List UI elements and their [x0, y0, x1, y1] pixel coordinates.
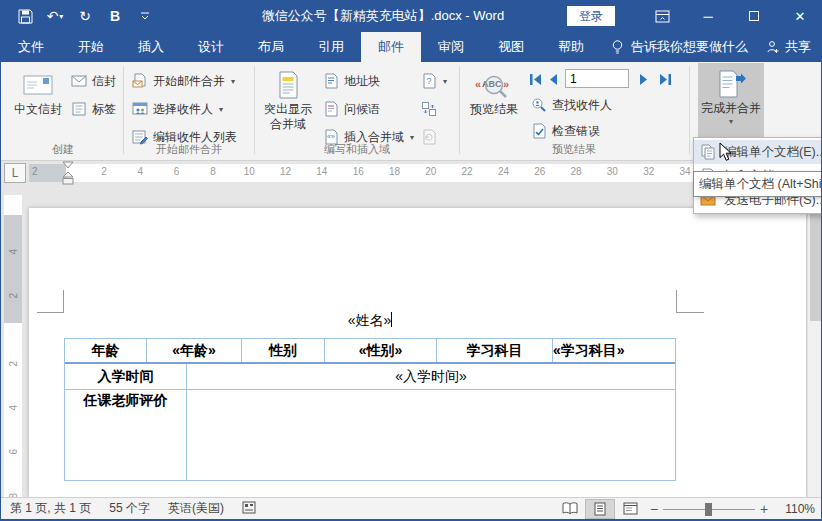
maximize-button[interactable]: [731, 0, 777, 32]
group-label-create: 创建: [9, 142, 117, 157]
edit-individual-documents-icon: [700, 144, 716, 160]
word-count[interactable]: 55 个字: [100, 500, 159, 517]
bold-button[interactable]: B: [101, 3, 129, 29]
chevron-down-icon: ▾: [231, 77, 235, 86]
tab-design[interactable]: 设计: [181, 32, 241, 62]
first-line-indent-marker[interactable]: [62, 161, 74, 169]
save-icon: [18, 9, 33, 24]
menu-item-edit-individual-documents[interactable]: 编辑单个文档(E)...: [694, 140, 822, 164]
table-header-row: 年龄«年龄»性别«性别»学习科目«学习科目»: [65, 339, 675, 364]
envelopes-button[interactable]: 信封: [71, 70, 116, 92]
input-method-button[interactable]: [233, 501, 265, 517]
envelope-icon: [71, 73, 87, 89]
table-cell[interactable]: 学习科目: [437, 339, 553, 362]
chevron-down-icon: ▾: [443, 77, 447, 86]
tell-me-box[interactable]: 告诉我你想要做什么: [611, 32, 748, 62]
print-layout-icon: [593, 502, 607, 516]
greeting-line-button[interactable]: 问候语: [323, 98, 380, 120]
address-block-button[interactable]: 地址块: [323, 70, 380, 92]
name-merge-field[interactable]: «姓名»: [64, 312, 676, 336]
table-cell[interactable]: 任课老师评价: [65, 390, 187, 480]
zoom-in-button[interactable]: +: [755, 501, 773, 517]
check-errors-button[interactable]: 检查错误: [531, 120, 600, 142]
text-boundary-mark-right: [676, 290, 704, 313]
check-errors-icon: [531, 123, 547, 139]
undo-button[interactable]: ↶▾: [41, 3, 69, 29]
labels-button[interactable]: 标签: [71, 98, 116, 120]
tab-review[interactable]: 审阅: [421, 32, 481, 62]
tab-layout[interactable]: 布局: [241, 32, 301, 62]
read-mode-button[interactable]: [555, 499, 585, 519]
table-cell[interactable]: 年龄: [65, 339, 147, 362]
language-indicator[interactable]: 英语(美国): [159, 500, 233, 517]
zoom-level[interactable]: 110%: [773, 502, 817, 516]
tab-mailings[interactable]: 邮件: [361, 32, 421, 62]
tab-view[interactable]: 视图: [481, 32, 541, 62]
table-cell[interactable]: [187, 390, 675, 480]
select-recipients-icon: [132, 101, 148, 117]
table-cell[interactable]: «学习科目»: [553, 339, 625, 362]
previous-record-icon: [549, 74, 558, 85]
qat-more-icon: [139, 10, 151, 22]
zoom-slider-thumb[interactable]: [705, 503, 712, 516]
select-recipients-button[interactable]: 选择收件人▾: [132, 98, 223, 120]
redo-icon: ↻: [79, 8, 91, 24]
record-number-input[interactable]: [565, 69, 629, 88]
sign-in-button[interactable]: 登录: [567, 6, 615, 26]
vertical-scrollbar[interactable]: [807, 185, 822, 497]
mouse-cursor: [719, 142, 732, 162]
match-fields-button[interactable]: [421, 98, 437, 120]
table-row: 任课老师评价: [65, 390, 675, 480]
page-indicator[interactable]: 第 1 页, 共 1 页: [1, 500, 100, 517]
document-area: 42 2468 «姓名» 年龄«年龄»性别«性别»学习科目«学习科目» 入学时间…: [1, 185, 822, 497]
quick-access-toolbar: ↶▾ ↻ B: [1, 3, 159, 29]
start-mail-merge-button[interactable]: 开始邮件合并▾: [132, 70, 235, 92]
table-cell[interactable]: 入学时间: [65, 364, 187, 389]
next-record-button[interactable]: [639, 68, 648, 90]
share-button[interactable]: 共享: [766, 32, 811, 62]
share-person-icon: [766, 40, 780, 54]
find-recipient-button[interactable]: 查找收件人: [531, 94, 612, 116]
horizontal-ruler: 2 246810121416182022242628303234363840: [29, 164, 807, 182]
left-indent-marker[interactable]: [62, 172, 74, 185]
tab-selector[interactable]: L: [4, 163, 26, 183]
ribbon-display-options-button[interactable]: [639, 0, 685, 32]
greeting-line-icon: [323, 101, 339, 117]
table-cell[interactable]: 性别: [242, 339, 325, 362]
status-bar: 第 1 页, 共 1 页 55 个字 英语(美国) − + 110%: [1, 497, 822, 519]
highlight-merge-fields-button[interactable]: 突出显示 合并域: [261, 64, 315, 150]
qat-customize-button[interactable]: [131, 3, 159, 29]
table-cell[interactable]: «性别»: [325, 339, 437, 362]
close-button[interactable]: ✕: [777, 0, 822, 32]
zoom-slider[interactable]: [663, 499, 755, 519]
web-layout-button[interactable]: [615, 499, 645, 519]
match-fields-icon: [421, 101, 437, 117]
word-window: ↶▾ ↻ B 微信公众号【新精英充电站】.docx - Word 登录 ─ ✕ …: [0, 0, 822, 521]
last-record-button[interactable]: [659, 68, 672, 90]
tab-references[interactable]: 引用: [301, 32, 361, 62]
preview-results-button[interactable]: «ABC» 预览结果: [466, 64, 522, 150]
web-layout-icon: [623, 502, 638, 515]
tab-help[interactable]: 帮助: [541, 32, 601, 62]
tab-insert[interactable]: 插入: [121, 32, 181, 62]
save-button[interactable]: [11, 3, 39, 29]
minimize-button[interactable]: ─: [685, 0, 731, 32]
chinese-envelope-button[interactable]: 中文信封: [9, 64, 67, 150]
preview-results-icon: «ABC»: [474, 68, 514, 102]
find-recipient-icon: [531, 97, 547, 113]
table-cell[interactable]: «入学时间»: [187, 364, 675, 389]
table-row: 入学时间 «入学时间»: [65, 364, 675, 390]
ribbon-display-options-icon: [655, 10, 670, 23]
redo-button[interactable]: ↻: [71, 3, 99, 29]
zoom-out-button[interactable]: −: [645, 501, 663, 517]
rules-button[interactable]: ? ▾: [421, 70, 447, 92]
document-page[interactable]: «姓名» 年龄«年龄»性别«性别»学习科目«学习科目» 入学时间 «入学时间» …: [29, 208, 806, 497]
first-record-button[interactable]: [529, 68, 542, 90]
previous-record-button[interactable]: [549, 68, 558, 90]
start-mail-merge-icon: [132, 73, 148, 89]
tooltip: 编辑单个文档 (Alt+Shift+: [693, 171, 822, 197]
tab-home[interactable]: 开始: [61, 32, 121, 62]
tab-file[interactable]: 文件: [1, 32, 61, 62]
print-layout-button[interactable]: [585, 499, 615, 519]
table-cell[interactable]: «年龄»: [147, 339, 242, 362]
